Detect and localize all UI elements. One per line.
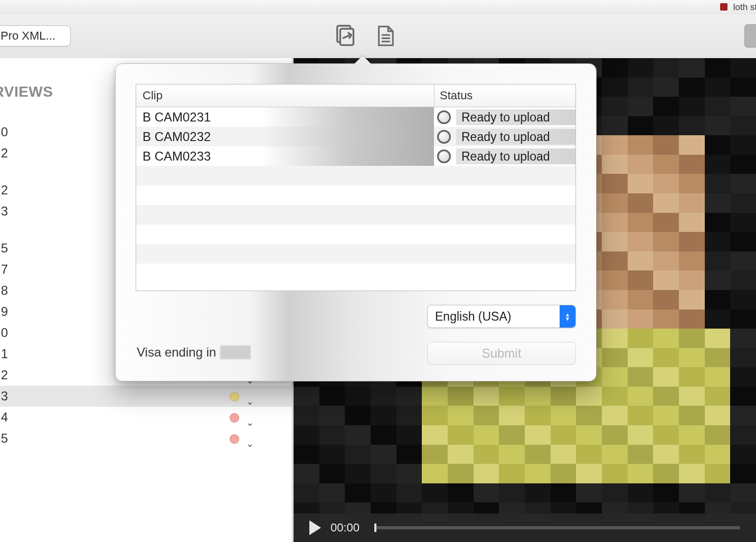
table-row-empty xyxy=(136,264,575,283)
row-digit: 3 xyxy=(0,201,8,222)
table-row-empty xyxy=(136,225,575,244)
select-stepper-icon: ▲▼ xyxy=(560,305,575,328)
status-dot-icon xyxy=(230,392,239,401)
row-digit: 7 xyxy=(0,259,8,280)
row-digit: 3 xyxy=(0,386,8,407)
cell-clip: B CAM0233 xyxy=(136,146,434,166)
row-digit: 9 xyxy=(0,301,8,322)
cell-status: Ready to upload xyxy=(456,148,575,164)
pro-xml-label: Pro XML... xyxy=(1,29,55,42)
payment-info: Visa ending in xyxy=(137,345,251,360)
row-digit: 8 xyxy=(0,280,8,301)
table-row-empty xyxy=(136,185,575,205)
cell-status: Ready to upload xyxy=(456,129,575,145)
cell-clip: B CAM0231 xyxy=(136,107,434,127)
video-controls: 00:00 xyxy=(294,513,756,542)
row-digit: 4 xyxy=(0,407,8,428)
cell-status: Ready to upload xyxy=(456,109,575,125)
table-row[interactable]: B CAM0233 Ready to upload xyxy=(136,146,575,166)
document-icon[interactable] xyxy=(372,22,399,50)
window-title: loth street i xyxy=(733,0,756,15)
status-led-icon xyxy=(437,149,451,163)
status-dot-icon xyxy=(230,434,239,444)
table-row-empty xyxy=(136,205,575,225)
pro-xml-button[interactable]: Pro XML... xyxy=(0,25,71,46)
row-digit: 2 xyxy=(0,180,8,201)
timecode: 00:00 xyxy=(330,521,360,535)
progress-bar[interactable] xyxy=(374,526,740,529)
status-led-icon xyxy=(437,110,451,124)
chevron-down-icon[interactable]: ⌄ xyxy=(246,433,254,454)
clip-table: Clip Status B CAM0231 Ready to upload B … xyxy=(136,84,576,291)
table-row-empty xyxy=(136,244,575,264)
row-digit: 5 xyxy=(0,238,8,259)
clip-table-header: Clip Status xyxy=(136,85,575,107)
column-header-status[interactable]: Status xyxy=(434,85,575,107)
list-item[interactable]: 5 ⌄ xyxy=(0,428,292,449)
submit-button[interactable]: Submit xyxy=(427,342,576,365)
list-item[interactable]: 4 ⌄ xyxy=(0,407,292,428)
table-row-empty xyxy=(136,166,575,185)
row-digit: 0 xyxy=(0,322,8,343)
payment-prefix: Visa ending in xyxy=(137,345,216,360)
table-row[interactable]: B CAM0232 Ready to upload xyxy=(136,127,575,146)
row-digit: 1 xyxy=(0,343,8,365)
payment-last4-redacted xyxy=(220,345,251,359)
section-header-interviews: NTERVIEWS xyxy=(0,83,53,100)
status-led-icon xyxy=(437,130,451,144)
toolbar: Pro XML... xyxy=(0,15,756,59)
progress-knob[interactable] xyxy=(374,524,376,532)
row-digit: 2 xyxy=(0,143,8,164)
export-stack-icon[interactable] xyxy=(333,22,360,50)
toolbar-right-button[interactable] xyxy=(744,24,756,48)
row-digit: 2 xyxy=(0,365,8,386)
status-dot-icon xyxy=(230,413,239,423)
language-select[interactable]: English (USA) ▲▼ xyxy=(427,305,576,328)
row-digit: 5 xyxy=(0,428,8,449)
clip-table-body: B CAM0231 Ready to upload B CAM0232 Read… xyxy=(136,107,575,283)
submit-label: Submit xyxy=(482,346,522,360)
table-row[interactable]: B CAM0231 Ready to upload xyxy=(136,107,575,127)
play-icon[interactable] xyxy=(309,520,321,535)
title-badge-icon xyxy=(720,3,727,11)
list-item[interactable]: 3 ⌄ xyxy=(0,386,292,407)
cell-clip: B CAM0232 xyxy=(136,127,434,146)
column-header-clip[interactable]: Clip xyxy=(136,85,434,107)
row-digit: 0 xyxy=(0,122,8,143)
language-label: English (USA) xyxy=(428,305,560,328)
upload-popover: Clip Status B CAM0231 Ready to upload B … xyxy=(115,63,597,381)
window-titlebar: loth street i xyxy=(0,0,756,15)
